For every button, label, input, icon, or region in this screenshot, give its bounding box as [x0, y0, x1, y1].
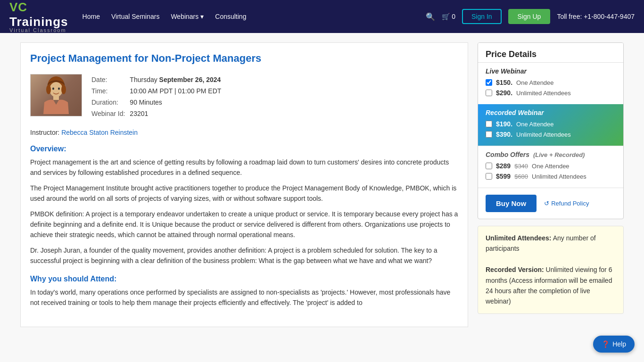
time-label: Time: — [91, 85, 130, 97]
date-bold: September 26, 2024 — [159, 76, 221, 83]
recorded-price-row-2: $390. Unlimited Attendees — [486, 131, 616, 138]
buy-now-button[interactable]: Buy Now — [486, 195, 537, 212]
combo-price-row-1: $289 $340 One Attendee — [486, 162, 616, 170]
refund-icon: ↺ — [544, 200, 549, 207]
recorded-price-2: $390. — [496, 131, 512, 138]
duration-value: 90 Minutes — [130, 97, 226, 108]
recorded-price-row-1: $190. One Attendee — [486, 120, 616, 128]
logo-subtitle: Virtual Classroom — [9, 27, 66, 33]
webinar-id-value: 23201 — [130, 108, 226, 119]
instructor-label: Instructor: — [30, 129, 59, 136]
live-price-2: $290. — [496, 89, 512, 97]
instructor-photo — [30, 74, 82, 116]
logo-text: VCTrainings — [9, 0, 68, 29]
cart-count: 0 — [452, 13, 455, 20]
live-one-attendee-checkbox[interactable] — [486, 79, 492, 86]
instructor-link[interactable]: Rebecca Staton Reinstein — [61, 129, 138, 136]
combo-original-1: $340 — [514, 163, 528, 170]
logo[interactable]: VCTrainings Virtual Classroom — [9, 0, 68, 33]
nav-actions: 🔍 🛒 0 Sign In Sign Up Toll free: +1-800-… — [426, 9, 635, 24]
main-content: Project Management for Non-Project Manag… — [20, 42, 468, 327]
date-value: Thursday September 26, 2024 — [130, 74, 226, 85]
refund-policy-link[interactable]: ↺ Refund Policy — [544, 200, 589, 207]
combo-price-row-2: $599 $680 Unlimited Attendees — [486, 173, 616, 180]
recorded-unlimited-checkbox[interactable] — [486, 131, 492, 138]
signup-button[interactable]: Sign Up — [508, 9, 551, 24]
live-webinar-section: Live Webinar $150. One Attendee $290. Un… — [478, 63, 623, 104]
cart-icon[interactable]: 🛒 0 — [442, 13, 455, 20]
svg-point-5 — [52, 88, 54, 90]
why-attend-heading: Why you should Attend: — [30, 275, 458, 283]
help-icon: ❓ — [602, 340, 610, 348]
sidebar: Price Details Live Webinar $150. One Att… — [478, 42, 624, 327]
recorded-webinar-section: Recorded Webinar $190. One Attendee $390… — [478, 104, 623, 146]
webinar-id-label: Webinar Id: — [91, 108, 130, 119]
recorded-info-label: Recorded Version: — [486, 266, 544, 273]
recorded-one-attendee-checkbox[interactable] — [486, 121, 492, 127]
live-webinar-label: Live Webinar — [486, 67, 616, 75]
consulting-link[interactable]: Consulting — [215, 13, 246, 20]
why-attend-para: In today's world, many operations once p… — [30, 287, 458, 308]
webinars-chevron-icon: ▾ — [200, 13, 204, 20]
recorded-attendee-2: Unlimited Attendees — [516, 131, 571, 138]
unlimited-info-label: Unlimited Attendees: — [486, 234, 552, 242]
time-value: 10:00 AM PDT | 01:00 PM EDT — [130, 85, 226, 97]
live-attendee-1: One Attendee — [516, 79, 554, 86]
info-section: Date: Thursday September 26, 2024 Time: … — [30, 74, 458, 119]
price-actions: Buy Now ↺ Refund Policy — [478, 188, 623, 219]
live-price-row-1: $150. One Attendee — [486, 79, 616, 86]
date-label: Date: — [91, 74, 130, 85]
combo-offers-section: Combo Offers (Live + Recorded) $289 $340… — [478, 146, 623, 188]
price-box: Price Details Live Webinar $150. One Att… — [478, 42, 624, 219]
page-wrapper: Project Management for Non-Project Manag… — [11, 33, 633, 337]
svg-rect-2 — [53, 96, 59, 100]
overview-para2: The Project Management Institute brought… — [30, 183, 458, 204]
help-label: Help — [612, 340, 626, 348]
combo-price-1: $289 — [496, 162, 511, 170]
recorded-attendee-1: One Attendee — [516, 121, 554, 128]
duration-label: Duration: — [91, 97, 130, 108]
combo-original-2: $680 — [514, 173, 528, 180]
combo-unlimited-checkbox[interactable] — [486, 173, 492, 180]
info-table: Date: Thursday September 26, 2024 Time: … — [91, 74, 458, 119]
search-icon[interactable]: 🔍 — [426, 12, 435, 21]
svg-point-3 — [46, 85, 51, 94]
navigation: VCTrainings Virtual Classroom Home Virtu… — [0, 0, 644, 33]
recorded-webinar-label: Recorded Webinar — [486, 109, 616, 116]
phone-number: Toll free: +1-800-447-9407 — [557, 13, 635, 20]
recorded-info: Recorded Version: Unlimited viewing for … — [486, 264, 616, 307]
signin-button[interactable]: Sign In — [462, 9, 502, 24]
overview-para4: Dr. Joseph Juran, a founder of the quali… — [30, 245, 458, 266]
svg-point-6 — [58, 88, 60, 90]
live-unlimited-checkbox[interactable] — [486, 90, 492, 96]
logo-trainings: Trainings — [9, 15, 68, 29]
svg-point-4 — [61, 85, 66, 94]
logo-vc: VC — [9, 0, 68, 15]
price-box-header: Price Details — [478, 43, 623, 63]
recorded-price-1: $190. — [496, 120, 512, 128]
live-price-1: $150. — [496, 79, 512, 86]
webinars-label: Webinars — [171, 13, 198, 20]
unlimited-info: Unlimited Attendees: Any number of parti… — [486, 233, 616, 254]
refund-label: Refund Policy — [551, 200, 589, 207]
combo-attendee-1: One Attendee — [532, 163, 570, 170]
live-price-row-2: $290. Unlimited Attendees — [486, 89, 616, 97]
live-attendee-2: Unlimited Attendees — [516, 90, 571, 97]
virtual-seminars-link[interactable]: Virtual Seminars — [111, 13, 159, 20]
home-link[interactable]: Home — [83, 13, 100, 20]
combo-sub: (Live + Recorded) — [533, 151, 585, 158]
info-box: Unlimited Attendees: Any number of parti… — [478, 226, 624, 314]
overview-heading: Overview: — [30, 145, 458, 153]
combo-attendee-2: Unlimited Attendees — [532, 173, 586, 180]
page-title: Project Management for Non-Project Manag… — [30, 52, 458, 65]
combo-label: Combo Offers (Live + Recorded) — [486, 151, 616, 158]
combo-one-attendee-checkbox[interactable] — [486, 163, 492, 169]
overview-para1: Project management is the art and scienc… — [30, 157, 458, 178]
overview-para3: PMBOK definition: A project is a tempora… — [30, 209, 458, 240]
svg-point-1 — [50, 82, 63, 97]
combo-price-2: $599 — [496, 173, 511, 180]
webinars-dropdown[interactable]: Webinars ▾ — [171, 13, 204, 20]
instructor-line: Instructor: Rebecca Staton Reinstein — [30, 129, 458, 136]
help-button[interactable]: ❓ Help — [593, 336, 635, 353]
instructor-avatar-svg — [40, 76, 73, 114]
